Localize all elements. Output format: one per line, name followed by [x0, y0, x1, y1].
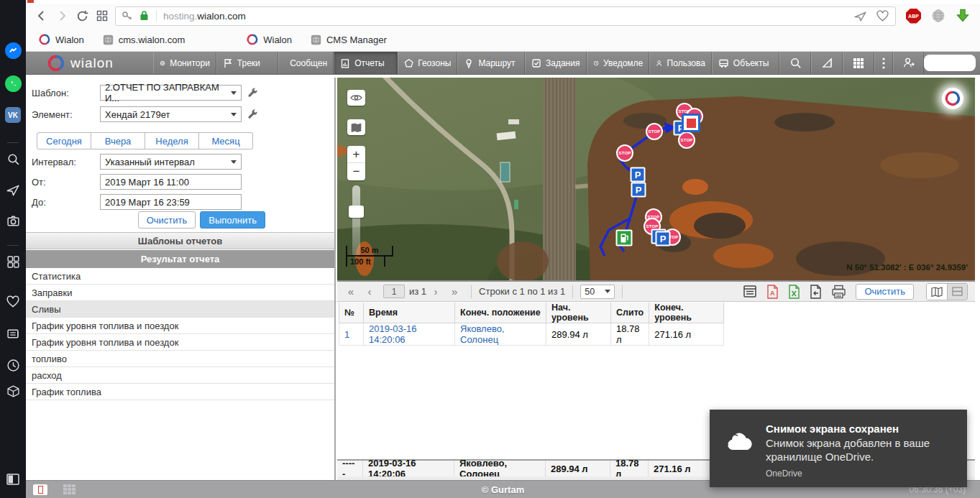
templates-section-header[interactable]: Шаблоны отчетов	[26, 232, 334, 249]
bookmark-item[interactable]: Wialon	[247, 34, 292, 45]
camera-icon[interactable]	[4, 212, 22, 229]
result-item-consumption[interactable]: расход	[26, 367, 334, 384]
parking-marker[interactable]: P	[656, 231, 671, 246]
export-pdf-icon[interactable]: A	[766, 285, 779, 299]
stop-marker[interactable]: STOP	[646, 123, 663, 140]
print-icon[interactable]	[831, 285, 846, 299]
col-time[interactable]: Время	[364, 303, 455, 323]
first-page-button[interactable]: «	[342, 285, 360, 298]
tab-messages[interactable]: Сообщен	[278, 52, 334, 74]
adblock-extension-icon[interactable]: ABP	[906, 9, 921, 24]
tab-users[interactable]: Пользова	[649, 52, 712, 74]
clear-report-button[interactable]: Очистить	[856, 284, 914, 300]
col-final-level[interactable]: Конеч. уровень	[649, 303, 724, 323]
from-date-input[interactable]	[100, 174, 242, 190]
last-page-button[interactable]: »	[445, 285, 464, 298]
fuel-station-marker[interactable]	[616, 230, 633, 246]
stop-marker[interactable]: STOP	[616, 144, 633, 162]
tab-reports[interactable]: Отчеты	[334, 52, 398, 74]
heart-icon[interactable]	[4, 293, 22, 310]
key-icon[interactable]	[122, 10, 133, 22]
map-layers-button[interactable]	[347, 119, 365, 135]
split-view-toggle[interactable]	[947, 284, 967, 300]
month-button[interactable]: Месяц	[199, 132, 253, 149]
yesterday-button[interactable]: Вчера	[91, 132, 145, 149]
bookmark-heart-icon[interactable]	[876, 9, 889, 23]
report-template-icon[interactable]	[743, 285, 757, 298]
parking-marker[interactable]: P	[631, 183, 646, 198]
result-item-fuel[interactable]: топливо	[26, 351, 334, 367]
tab-monitoring[interactable]: Монитори	[153, 52, 216, 74]
result-item-fuel-chart-1[interactable]: График уровня топлива и поездок	[26, 318, 334, 334]
map-visibility-button[interactable]	[347, 90, 365, 106]
col-initial-level[interactable]: Нач. уровень	[546, 303, 611, 323]
result-item-fuel-graph[interactable]: График топлива	[26, 384, 334, 400]
whatsapp-icon[interactable]	[4, 75, 22, 92]
header-tools-button[interactable]	[811, 52, 843, 74]
cell-time[interactable]: 2019-03-16 14:20:06	[364, 323, 455, 346]
stop-marker[interactable]: STOP	[678, 132, 695, 149]
interval-select[interactable]: Указанный интервал	[100, 154, 242, 170]
header-search-button[interactable]	[779, 52, 811, 74]
speed-dial-icon[interactable]	[92, 6, 112, 25]
tab-routes[interactable]: Маршрут	[457, 52, 525, 74]
forward-button[interactable]	[52, 6, 72, 25]
onedrive-notification[interactable]: Снимок экрана сохранен Снимок экрана доб…	[710, 410, 967, 487]
export-excel-icon[interactable]	[788, 285, 800, 299]
map-view[interactable]: STOP STOP P STOP STOP STOP P P STOP STOP…	[337, 78, 975, 280]
parking-marker[interactable]: P	[631, 167, 646, 183]
tab-tracks[interactable]: Треки	[216, 52, 279, 74]
week-button[interactable]: Неделя	[145, 132, 199, 149]
result-item-drains[interactable]: Сливы	[26, 301, 334, 318]
address-bar[interactable]: hosting.wialon.com	[115, 6, 896, 26]
news-feed-icon[interactable]	[4, 325, 22, 342]
box-icon[interactable]	[4, 382, 22, 400]
import-file-icon[interactable]	[810, 285, 822, 299]
zoom-slider-handle[interactable]	[349, 206, 364, 218]
search-icon[interactable]	[4, 150, 22, 167]
to-date-input[interactable]	[100, 194, 242, 210]
panel-view-icon[interactable]	[4, 471, 22, 488]
reload-button[interactable]	[72, 6, 92, 25]
cell-final-location[interactable]: Яковлево, Солонец	[455, 323, 546, 346]
col-number[interactable]: №	[339, 303, 364, 323]
execute-button[interactable]: Выполнить	[200, 211, 265, 229]
header-more-button[interactable]	[874, 52, 893, 74]
header-apps-button[interactable]	[843, 52, 874, 74]
messenger-icon[interactable]	[4, 42, 22, 59]
send-icon[interactable]	[4, 182, 22, 199]
bookmark-item[interactable]: cms.wialon.com	[103, 34, 185, 45]
header-user-button[interactable]	[893, 52, 925, 74]
table-row[interactable]: 1 2019-03-16 14:20:06 Яковлево, Солонец …	[339, 323, 724, 346]
tab-units[interactable]: Объекты	[712, 52, 780, 74]
unit-select[interactable]: Хендай 2179ет	[100, 106, 242, 122]
download-extension-icon[interactable]	[956, 9, 970, 23]
col-final-location[interactable]: Конеч. положение	[455, 303, 546, 323]
cell-number[interactable]: 1	[339, 323, 364, 346]
history-clock-icon[interactable]	[4, 356, 22, 374]
result-item-fillings[interactable]: Заправки	[26, 285, 334, 301]
prev-page-button[interactable]: ‹	[360, 285, 379, 298]
share-icon[interactable]	[853, 9, 867, 23]
apps-grid-icon[interactable]	[4, 253, 22, 270]
today-button[interactable]: Сегодня	[37, 132, 91, 149]
zoom-in-button[interactable]: +	[347, 146, 365, 163]
result-item-statistics[interactable]: Статистика	[26, 268, 334, 285]
template-settings-wrench-icon[interactable]	[247, 88, 258, 98]
tab-jobs[interactable]: Задания	[525, 52, 587, 74]
result-item-fuel-chart-2[interactable]: График уровня топлива и поездок	[26, 334, 334, 351]
page-number-input[interactable]: 1	[383, 285, 405, 298]
col-drained[interactable]: Слито	[611, 303, 649, 323]
secure-lock-icon[interactable]	[139, 10, 150, 22]
template-select[interactable]: 2.ОТЧЕТ ПО ЗАПРАВКАМ И...	[100, 85, 242, 101]
bookmark-item[interactable]: CMS Manager	[311, 34, 387, 45]
tab-geofences[interactable]: Геозоны	[398, 52, 458, 74]
back-button[interactable]	[32, 6, 52, 25]
zoom-out-button[interactable]: −	[347, 163, 365, 180]
next-page-button[interactable]: ›	[426, 285, 445, 298]
tab-notifications[interactable]: Уведомле	[587, 52, 650, 74]
page-size-select[interactable]: 50	[580, 285, 615, 299]
trip-end-marker[interactable]	[682, 114, 700, 132]
unit-settings-wrench-icon[interactable]	[247, 109, 258, 120]
globe-extension-icon[interactable]	[931, 9, 945, 23]
